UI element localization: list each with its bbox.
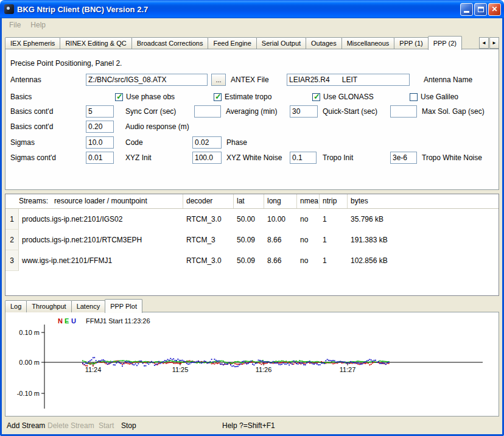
- estimate-tropo-checkbox[interactable]: Estimate tropo: [214, 91, 271, 103]
- col-header-lat[interactable]: lat: [234, 194, 264, 208]
- sigma-code-input[interactable]: [86, 136, 114, 149]
- close-icon: ✕: [491, 5, 497, 13]
- svg-text:11:25: 11:25: [172, 366, 189, 373]
- tropo-init-input[interactable]: [290, 152, 317, 164]
- basics-contd-label: Basics cont'd: [10, 105, 53, 118]
- svg-text:U: U: [71, 317, 76, 325]
- svg-text:11:26: 11:26: [256, 366, 272, 373]
- svg-text:11:27: 11:27: [340, 366, 356, 373]
- add-stream-button[interactable]: Add Stream: [7, 418, 45, 434]
- cell-long: 8.66: [264, 250, 297, 271]
- cell-long: 8.66: [264, 230, 297, 250]
- checkbox-checked-icon: [115, 93, 123, 101]
- app-icon: [4, 4, 14, 14]
- col-header-mountpoint[interactable]: Streams: resource loader / mountpoint: [5, 194, 183, 208]
- stream-row-3[interactable]: 3 www.igs-ip.net:2101/FFMJ1 RTCM_3.0 50.…: [5, 250, 499, 271]
- sigma-phase-input[interactable]: [192, 136, 222, 149]
- col-header-decoder[interactable]: decoder: [183, 194, 234, 208]
- cell-mountpoint: products.igs-ip.net:2101/RTCM3EPH: [19, 230, 183, 250]
- tab-scroll-left-icon[interactable]: ◄: [479, 37, 489, 49]
- xyz-white-noise-input[interactable]: [192, 152, 222, 164]
- cell-mountpoint: products.igs-ip.net:2101/IGS02: [19, 209, 183, 230]
- sync-corr-label: Sync Corr (sec): [125, 105, 176, 118]
- cell-nmea: no: [297, 209, 320, 230]
- xyz-init-input[interactable]: [86, 152, 114, 164]
- sigma-code-label: Code: [125, 136, 143, 149]
- help-hint: Help ?=Shift+F1: [222, 418, 275, 434]
- antenna-name-input[interactable]: [287, 74, 410, 86]
- tab-ppp-2[interactable]: PPP (2): [428, 36, 462, 50]
- xyz-white-noise-label: XYZ White Noise: [226, 152, 282, 164]
- cell-bytes: 102.856 kB: [348, 250, 499, 271]
- checkbox-checked-icon: [312, 93, 320, 101]
- streams-table: Streams: resource loader / mountpoint de…: [5, 194, 499, 296]
- col-header-nmea[interactable]: nmea: [297, 194, 320, 208]
- tab-ppp-1[interactable]: PPP (1): [394, 37, 428, 49]
- tab-log[interactable]: Log: [5, 300, 27, 312]
- cell-ntrip: 1: [320, 250, 348, 271]
- browse-antex-button[interactable]: ...: [211, 74, 226, 86]
- audio-response-input[interactable]: [86, 121, 114, 133]
- averaging-label: Averaging (min): [226, 105, 277, 118]
- panel-heading: Precise Point Positioning, Panel 2.: [10, 59, 122, 68]
- antex-path-input[interactable]: [86, 74, 208, 86]
- cell-decoder: RTCM_3.0: [183, 250, 234, 271]
- cell-lat: 50.00: [234, 209, 264, 230]
- sigmas-label: Sigmas: [10, 136, 35, 149]
- maximize-button[interactable]: [474, 3, 487, 16]
- tab-serial-output[interactable]: Serial Output: [256, 37, 306, 49]
- svg-text:FFMJ1 Start 11:23:26: FFMJ1 Start 11:23:26: [86, 317, 150, 325]
- cell-decoder: RTCM_3.0: [183, 209, 234, 230]
- col-header-long[interactable]: long: [264, 194, 297, 208]
- quick-start-label: Quick-Start (sec): [323, 105, 377, 118]
- cell-long: 10.00: [264, 209, 297, 230]
- sync-corr-input[interactable]: [86, 105, 114, 118]
- stop-button[interactable]: Stop: [121, 418, 136, 434]
- use-phase-obs-checkbox[interactable]: Use phase obs: [115, 91, 175, 103]
- stream-row-1[interactable]: 1 products.igs-ip.net:2101/IGS02 RTCM_3.…: [5, 209, 499, 230]
- max-sol-gap-input[interactable]: [390, 105, 417, 118]
- main-tabbar: IEX Ephemeris RINEX Editing & QC Broadca…: [5, 35, 499, 49]
- start-button[interactable]: Start: [99, 418, 114, 434]
- cell-lat: 50.09: [234, 230, 264, 250]
- cell-nmea: no: [297, 250, 320, 271]
- tab-broadcast-corrections[interactable]: Broadcast Corrections: [131, 37, 209, 49]
- tab-rinex-editing-qc[interactable]: RINEX Editing & QC: [60, 37, 131, 49]
- tab-outages[interactable]: Outages: [306, 37, 342, 49]
- col-header-ntrip[interactable]: ntrip: [320, 194, 348, 208]
- quick-start-input[interactable]: [290, 105, 318, 118]
- svg-text:-0.10 m: -0.10 m: [17, 390, 40, 397]
- stream-row-2[interactable]: 2 products.igs-ip.net:2101/RTCM3EPH RTCM…: [5, 230, 499, 250]
- basics-contd2-label: Basics cont'd: [10, 121, 53, 133]
- minimize-button[interactable]: [460, 3, 473, 16]
- close-button[interactable]: ✕: [488, 3, 501, 16]
- delete-stream-button[interactable]: Delete Stream: [47, 418, 94, 434]
- basics-label: Basics: [10, 91, 32, 103]
- tab-ephemeris[interactable]: IEX Ephemeris: [5, 37, 60, 49]
- antennas-label: Antennas: [10, 74, 41, 86]
- tab-ppp-plot[interactable]: PPP Plot: [105, 299, 142, 313]
- tab-latency[interactable]: Latency: [71, 300, 106, 312]
- tropo-white-noise-label: Tropo White Noise: [422, 152, 482, 164]
- row-number: 2: [5, 230, 19, 250]
- xyz-init-label: XYZ Init: [125, 152, 152, 164]
- tropo-white-noise-input[interactable]: [390, 152, 417, 164]
- use-glonass-checkbox[interactable]: Use GLONASS: [312, 91, 374, 103]
- menu-help[interactable]: Help: [26, 19, 51, 30]
- menu-file[interactable]: File: [4, 19, 26, 30]
- window-title: BKG Ntrip Client (BNC) Version 2.7: [17, 5, 459, 14]
- cell-decoder: RTCM_3: [183, 230, 234, 250]
- minimize-icon: [464, 11, 469, 13]
- titlebar[interactable]: BKG Ntrip Client (BNC) Version 2.7 ✕: [0, 0, 504, 18]
- averaging-input[interactable]: [194, 105, 221, 118]
- app-window: BKG Ntrip Client (BNC) Version 2.7 ✕ Fil…: [0, 0, 504, 436]
- row-number: 1: [5, 209, 19, 230]
- svg-text:E: E: [65, 317, 69, 325]
- tab-throughput[interactable]: Throughput: [26, 300, 71, 312]
- tab-miscellaneous[interactable]: Miscellaneous: [341, 37, 395, 49]
- col-header-bytes[interactable]: bytes: [348, 194, 499, 208]
- tab-scroll-buttons: ◄ ►: [478, 37, 499, 49]
- tab-scroll-right-icon[interactable]: ►: [489, 37, 499, 49]
- use-galileo-checkbox[interactable]: Use Galileo: [410, 91, 458, 103]
- tab-feed-engine[interactable]: Feed Engine: [208, 37, 256, 49]
